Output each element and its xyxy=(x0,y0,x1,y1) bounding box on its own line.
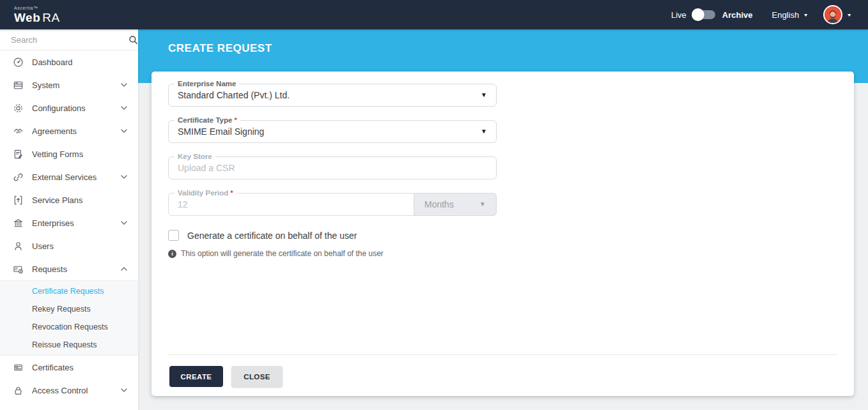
generate-checkbox[interactable] xyxy=(168,230,179,241)
sidebar-item-system[interactable]: System xyxy=(0,73,138,96)
bank-icon xyxy=(13,218,24,229)
chevron-up-icon xyxy=(121,266,127,271)
create-button[interactable]: CREATE xyxy=(169,366,223,387)
footer-divider xyxy=(168,354,837,355)
topbar: Ascertia™ WebRA Live Archive English ▼ ▼ xyxy=(0,0,868,29)
brand-webra: WebRA xyxy=(14,11,138,24)
close-button[interactable]: CLOSE xyxy=(231,366,283,387)
sidebar-item-vetting-forms[interactable]: Vetting Forms xyxy=(0,142,138,165)
chevron-down-icon xyxy=(121,128,127,133)
sidebar-nav: Dashboard System Configurations xyxy=(0,50,138,402)
enterprise-name-value: Standard Charted (Pvt.) Ltd. xyxy=(178,90,290,100)
enterprise-name-select[interactable]: Enterprise Name Standard Charted (Pvt.) … xyxy=(168,84,497,107)
required-asterisk: * xyxy=(230,189,233,197)
info-icon: i xyxy=(168,250,176,258)
chevron-down-icon xyxy=(121,174,127,179)
certificate-type-select[interactable]: Certificate Type* SMIME Email Signing xyxy=(168,120,497,143)
validity-unit-value: Months xyxy=(424,199,454,209)
user-menu[interactable]: ▼ xyxy=(823,5,851,24)
form-icon xyxy=(13,149,24,160)
archive-label: Archive xyxy=(722,10,753,20)
sidebar-item-label: Access Control xyxy=(32,386,88,395)
certificate-icon xyxy=(13,362,24,373)
lock-icon xyxy=(13,385,24,396)
toggle-knob[interactable] xyxy=(692,8,704,21)
info-text: This option will generate the certificat… xyxy=(181,249,384,258)
sidebar-item-dashboard[interactable]: Dashboard xyxy=(0,50,138,73)
dashboard-icon xyxy=(13,57,24,68)
chevron-down-icon xyxy=(121,105,127,110)
sidebar: Dashboard System Configurations xyxy=(0,29,138,410)
sidebar-item-revocation-requests[interactable]: Revocation Requests xyxy=(0,318,138,336)
app-logo: Ascertia™ WebRA xyxy=(0,6,138,24)
generate-checkbox-label: Generate a certificate on behalf of the … xyxy=(187,231,357,241)
sidebar-item-label: Agreements xyxy=(32,126,77,136)
request-card-icon xyxy=(13,264,24,275)
certificate-type-value: SMIME Email Signing xyxy=(178,126,264,137)
sidebar-item-requests[interactable]: Requests xyxy=(0,257,138,280)
button-row: CREATE CLOSE xyxy=(169,366,283,387)
key-store-placeholder: Upload a CSR xyxy=(178,163,235,173)
chevron-down-icon xyxy=(121,220,127,225)
sidebar-item-rekey-requests[interactable]: Rekey Requests xyxy=(0,300,138,318)
topbar-actions: Live Archive English ▼ ▼ xyxy=(671,5,868,24)
chevron-down-icon: ▼ xyxy=(846,13,852,17)
sidebar-item-label: Service Plans xyxy=(32,195,82,205)
search-input[interactable] xyxy=(11,35,123,45)
sidebar-item-certificates[interactable]: Certificates xyxy=(0,356,138,379)
avatar[interactable] xyxy=(823,5,842,24)
sidebar-item-label: Users xyxy=(32,241,54,251)
required-asterisk: * xyxy=(234,116,236,124)
key-store-input[interactable]: Key Store Upload a CSR xyxy=(168,156,497,179)
validity-period-label: Validity Period* xyxy=(174,188,236,197)
live-archive-toggle[interactable] xyxy=(694,10,715,19)
sidebar-item-label: Requests xyxy=(32,264,67,274)
sidebar-item-service-plans[interactable]: Service Plans xyxy=(0,188,138,211)
user-icon xyxy=(13,241,24,252)
sidebar-item-label: System xyxy=(32,80,59,90)
sidebar-item-certificate-requests[interactable]: Certificate Requests xyxy=(0,282,138,300)
certificate-type-label: Certificate Type* xyxy=(174,116,240,125)
dropdown-caret-icon xyxy=(481,92,487,98)
language-label: English xyxy=(771,10,799,20)
page-title: CREATE REQUEST xyxy=(168,42,272,55)
sidebar-item-label: Configurations xyxy=(32,103,86,113)
requests-submenu: Certificate Requests Rekey Requests Revo… xyxy=(0,280,138,356)
link-icon xyxy=(13,172,24,183)
validity-period-value: 12 xyxy=(178,199,188,209)
sidebar-item-label: Vetting Forms xyxy=(32,149,83,159)
plan-icon xyxy=(13,195,24,206)
language-dropdown[interactable]: English ▼ xyxy=(771,10,808,20)
sidebar-item-reissue-requests[interactable]: Reissue Requests xyxy=(0,336,138,354)
system-icon xyxy=(13,80,24,91)
sidebar-item-label: Dashboard xyxy=(32,57,73,67)
create-request-card: Enterprise Name Standard Charted (Pvt.) … xyxy=(151,72,854,396)
sidebar-item-users[interactable]: Users xyxy=(0,234,138,257)
validity-unit-select[interactable]: Months xyxy=(414,193,497,216)
sidebar-item-external-services[interactable]: External Services xyxy=(0,165,138,188)
sidebar-item-access-control[interactable]: Access Control xyxy=(0,379,138,402)
brand-ascertia: Ascertia™ xyxy=(14,6,138,10)
chevron-down-icon xyxy=(121,388,127,393)
enterprise-name-label: Enterprise Name xyxy=(174,79,239,88)
validity-period-group: Validity Period* 12 Months xyxy=(168,193,497,216)
sidebar-item-label: Certificates xyxy=(32,363,74,372)
chevron-down-icon xyxy=(121,82,127,87)
gear-icon xyxy=(13,103,24,114)
dropdown-caret-icon xyxy=(479,201,486,208)
search-icon[interactable] xyxy=(128,35,138,45)
generate-on-behalf-row: Generate a certificate on behalf of the … xyxy=(168,230,837,241)
sidebar-item-label: Enterprises xyxy=(32,218,74,228)
sidebar-search xyxy=(0,29,138,50)
sidebar-item-label: External Services xyxy=(32,172,97,182)
sidebar-item-configurations[interactable]: Configurations xyxy=(0,96,138,119)
dropdown-caret-icon xyxy=(481,128,487,135)
info-row: i This option will generate the certific… xyxy=(168,249,837,258)
live-label: Live xyxy=(671,10,686,20)
key-store-label: Key Store xyxy=(174,152,215,161)
sidebar-item-enterprises[interactable]: Enterprises xyxy=(0,211,138,234)
validity-period-input[interactable]: Validity Period* 12 xyxy=(168,193,414,216)
chevron-down-icon: ▼ xyxy=(803,13,809,17)
handshake-icon xyxy=(13,126,24,137)
sidebar-item-agreements[interactable]: Agreements xyxy=(0,119,138,142)
